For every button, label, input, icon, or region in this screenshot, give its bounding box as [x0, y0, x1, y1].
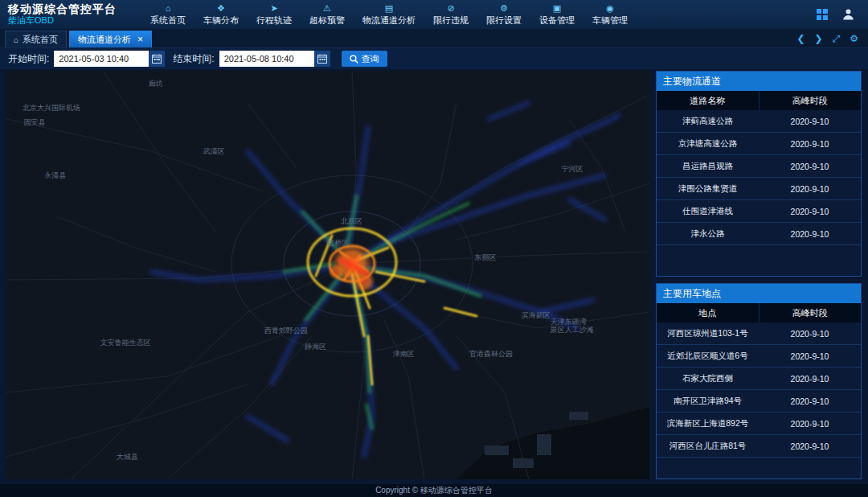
- calendar-icon[interactable]: [314, 51, 330, 67]
- app-root: 移动源综合管控平台 柴油车OBD ⌂系统首页❖车辆分布➤行程轨迹⚠超标预警▤物流…: [0, 0, 868, 497]
- panel-title: 主要物流通道: [657, 72, 861, 91]
- nav-item-label: 限行违规: [433, 14, 469, 27]
- tab-controls: ❮❯⤢⚙: [797, 33, 864, 47]
- column-header: 高峰时段: [760, 303, 862, 322]
- nav-item-label: 车辆分布: [203, 14, 239, 27]
- table-row[interactable]: 近郊北辰区顺义道6号2020-9-10: [657, 345, 861, 368]
- nav-item[interactable]: ⌂系统首页: [141, 0, 194, 29]
- start-time-picker: [54, 51, 165, 67]
- filter-bar: 开始时间: 结束时间: 查询: [0, 48, 868, 69]
- row-time-cell: 2020-9-10: [759, 200, 861, 222]
- table-row[interactable]: 津永公路2020-9-10: [657, 223, 861, 245]
- main-content: 北京大兴国际机场固安县永清县廊坊武清区宁河区北辰区红桥区东丽区滨海新区津南区静海…: [0, 69, 868, 484]
- nav-item[interactable]: ⚠超标预警: [301, 0, 354, 29]
- row-name-cell: 津围公路集贤道: [657, 178, 759, 199]
- nav-item-label: 系统首页: [150, 14, 186, 27]
- table-row[interactable]: 昌运路昌观路2020-9-10: [657, 155, 861, 178]
- table-row[interactable]: 津围公路集贤道2020-9-10: [657, 178, 861, 200]
- panel-logistics-corridors: 主要物流通道道路名称高峰时段津蓟高速公路2020-9-10京津塘高速公路2020…: [656, 71, 862, 277]
- table-row[interactable]: 河西区台儿庄路81号2020-9-10: [657, 435, 861, 458]
- row-name-cell: 昌运路昌观路: [657, 155, 759, 177]
- table-row[interactable]: 京津塘高速公路2020-9-10: [657, 133, 861, 155]
- row-time-cell: 2020-9-10: [759, 322, 861, 344]
- nav-item[interactable]: ⚙限行设置: [477, 0, 530, 29]
- water-layer: [457, 407, 649, 479]
- search-button-label: 查询: [362, 53, 379, 65]
- row-name-cell: 津永公路: [657, 223, 759, 244]
- tab-item[interactable]: ⌂系统首页: [5, 31, 67, 47]
- app-title: 移动源综合管控平台: [8, 2, 138, 15]
- close-icon[interactable]: ×: [137, 35, 143, 43]
- tab-bar: ⌂系统首页物流通道分析× ❮❯⤢⚙: [0, 29, 868, 48]
- app-subtitle: 柴油车OBD: [8, 15, 138, 26]
- nav-item[interactable]: ◉车辆管理: [583, 0, 637, 29]
- nav-item-label: 超标预警: [309, 14, 345, 27]
- table-row[interactable]: 津蓟高速公路2020-9-10: [657, 110, 861, 133]
- nav-item[interactable]: ▣设备管理: [530, 0, 583, 29]
- side-panels: 主要物流通道道路名称高峰时段津蓟高速公路2020-9-10京津塘高速公路2020…: [656, 71, 862, 479]
- tab-item[interactable]: 物流通道分析×: [69, 31, 152, 47]
- row-time-cell: 2020-9-10: [759, 133, 861, 154]
- row-name-cell: 河西区琼州道103-1号: [657, 322, 759, 344]
- row-time-cell: 2020-9-10: [759, 390, 861, 412]
- tab-label: 物流通道分析: [78, 34, 131, 46]
- route-icon: ➤: [270, 3, 277, 14]
- chevron-left-icon[interactable]: ❮: [797, 33, 805, 44]
- search-icon: [350, 55, 358, 64]
- panel-vehicle-locations: 主要用车地点地点高峰时段河西区琼州道103-1号2020-9-10近郊北辰区顺义…: [656, 283, 862, 479]
- calendar-icon[interactable]: [149, 51, 165, 67]
- row-name-cell: 河西区台儿庄路81号: [657, 435, 759, 457]
- gear-icon[interactable]: ⚙: [850, 33, 858, 44]
- end-time-input[interactable]: [219, 51, 314, 67]
- column-header: 道路名称: [657, 91, 760, 110]
- chevron-right-icon[interactable]: ❯: [815, 33, 823, 44]
- nav-item-label: 限行设置: [486, 14, 522, 27]
- column-header: 高峰时段: [760, 91, 862, 110]
- column-header: 地点: [657, 303, 760, 322]
- nav-item-label: 设备管理: [539, 14, 575, 27]
- heatmap-map[interactable]: 北京大兴国际机场固安县永清县廊坊武清区宁河区北辰区红桥区东丽区滨海新区津南区静海…: [6, 71, 649, 479]
- nav-item[interactable]: ❖车辆分布: [194, 0, 248, 29]
- header-right: [816, 0, 860, 29]
- row-time-cell: 2020-9-10: [759, 178, 861, 199]
- row-time-cell: 2020-9-10: [759, 413, 861, 434]
- brand: 移动源综合管控平台 柴油车OBD: [8, 0, 138, 29]
- row-name-cell: 南开区卫津路94号: [657, 390, 759, 412]
- end-time-picker: [219, 51, 330, 67]
- row-name-cell: 石家大院西侧: [657, 368, 759, 389]
- nav-item-label: 行程轨迹: [256, 14, 292, 27]
- table-column-headers: 道路名称高峰时段: [657, 91, 861, 110]
- end-time-label: 结束时间:: [173, 52, 214, 66]
- table-row[interactable]: 南开区卫津路94号2020-9-10: [657, 390, 861, 413]
- nav-item-label: 物流通道分析: [362, 14, 416, 27]
- row-time-cell: 2020-9-10: [759, 368, 861, 389]
- app-header: 移动源综合管控平台 柴油车OBD ⌂系统首页❖车辆分布➤行程轨迹⚠超标预警▤物流…: [0, 0, 868, 29]
- table-row[interactable]: 滨海新区上海道892号2020-9-10: [657, 413, 861, 435]
- map-canvas: [6, 71, 649, 479]
- table-row[interactable]: 仕围道津港线2020-9-10: [657, 200, 861, 223]
- user-icon[interactable]: [841, 8, 855, 21]
- restriction-settings-icon: ⚙: [500, 3, 508, 14]
- nav-item[interactable]: ▤物流通道分析: [354, 0, 424, 29]
- row-time-cell: 2020-9-10: [759, 345, 861, 367]
- start-time-input[interactable]: [54, 51, 149, 67]
- row-time-cell: 2020-9-10: [759, 110, 861, 132]
- fullscreen-icon[interactable]: ⤢: [833, 33, 841, 44]
- tab-strip: ⌂系统首页物流通道分析×: [5, 31, 154, 47]
- row-time-cell: 2020-9-10: [759, 155, 861, 177]
- grid-menu-icon[interactable]: [816, 8, 829, 21]
- warning-icon: ⚠: [323, 3, 331, 14]
- nav-item[interactable]: ⊘限行违规: [424, 0, 477, 29]
- nav-item[interactable]: ➤行程轨迹: [248, 0, 301, 29]
- nav-item-label: 车辆管理: [592, 14, 628, 27]
- table-row[interactable]: 石家大院西侧2020-9-10: [657, 368, 861, 390]
- table-row[interactable]: 河西区琼州道103-1号2020-9-10: [657, 322, 861, 345]
- row-name-cell: 仕围道津港线: [657, 200, 759, 222]
- heatmap-layer: [151, 103, 619, 457]
- main-nav: ⌂系统首页❖车辆分布➤行程轨迹⚠超标预警▤物流通道分析⊘限行违规⚙限行设置▣设备…: [141, 0, 637, 29]
- device-icon: ▣: [553, 3, 561, 14]
- start-time-label: 开始时间:: [8, 52, 49, 66]
- app-footer: Copyright © 移动源综合管控平台: [0, 484, 868, 497]
- search-button[interactable]: 查询: [342, 51, 387, 67]
- copyright-text: Copyright © 移动源综合管控平台: [375, 485, 493, 496]
